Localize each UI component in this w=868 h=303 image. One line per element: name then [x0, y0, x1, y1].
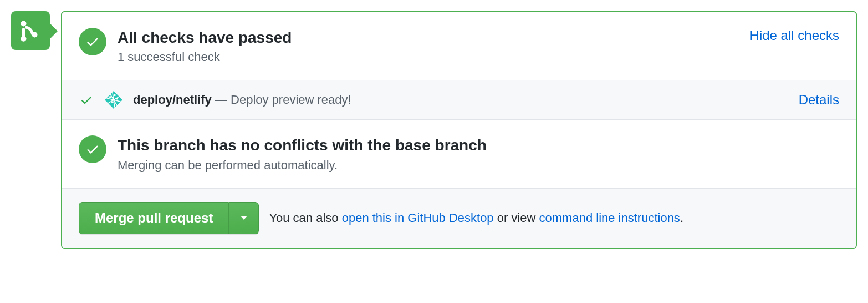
merge-header: This branch has no conflicts with the ba…	[62, 119, 856, 188]
git-merge-icon	[19, 19, 42, 42]
svg-point-1	[116, 98, 118, 100]
merge-button-group: Merge pull request	[79, 202, 259, 234]
svg-point-2	[111, 102, 113, 103]
check-item-description: Deploy preview ready!	[231, 93, 351, 107]
merge-icon-badge	[11, 11, 50, 50]
check-item-status	[79, 93, 94, 107]
checks-title: All checks have passed	[118, 28, 739, 48]
open-github-desktop-link[interactable]: open this in GitHub Desktop	[342, 211, 494, 225]
check-item-row: deploy/netlify — Deploy preview ready! D…	[62, 80, 856, 119]
footer-suffix: .	[680, 211, 683, 225]
merge-subtitle: Merging can be performed automatically.	[118, 158, 839, 173]
check-item-text: deploy/netlify — Deploy preview ready!	[133, 93, 789, 107]
merge-footer: Merge pull request You can also open thi…	[62, 188, 856, 248]
chevron-down-icon	[241, 216, 247, 220]
netlify-icon	[104, 90, 123, 109]
check-item-separator: —	[212, 93, 231, 107]
merge-title: This branch has no conflicts with the ba…	[118, 135, 839, 155]
footer-prefix: You can also	[269, 211, 341, 225]
hide-all-checks-link[interactable]: Hide all checks	[750, 28, 839, 43]
merge-status-circle	[79, 135, 106, 163]
command-line-instructions-link[interactable]: command line instructions	[539, 211, 680, 225]
check-icon	[85, 34, 100, 49]
checks-subtitle: 1 successful check	[118, 50, 739, 64]
merge-options-dropdown-button[interactable]	[229, 202, 259, 234]
check-icon	[80, 93, 93, 107]
svg-point-0	[109, 96, 111, 98]
check-icon	[85, 142, 100, 156]
checks-status-circle	[79, 28, 106, 55]
checks-header: All checks have passed 1 successful chec…	[62, 12, 856, 80]
check-details-link[interactable]: Details	[799, 92, 839, 108]
merge-status-panel: All checks have passed 1 successful chec…	[61, 11, 857, 249]
footer-middle: or view	[494, 211, 539, 225]
footer-help-text: You can also open this in GitHub Desktop…	[269, 211, 683, 225]
check-item-name: deploy/netlify	[133, 93, 212, 107]
svg-point-3	[114, 94, 115, 96]
merge-pull-request-button[interactable]: Merge pull request	[79, 202, 229, 234]
